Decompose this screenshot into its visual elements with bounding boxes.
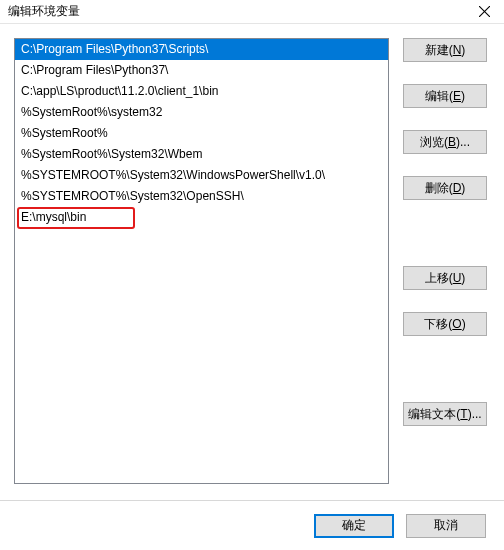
edittext-button[interactable]: 编辑文本(T)...: [403, 402, 487, 426]
path-listbox[interactable]: C:\Program Files\Python37\Scripts\ C:\Pr…: [14, 38, 389, 484]
list-item[interactable]: %SYSTEMROOT%\System32\OpenSSH\: [15, 186, 388, 207]
titlebar: 编辑环境变量: [0, 0, 504, 24]
list-item[interactable]: %SystemRoot%\System32\Wbem: [15, 144, 388, 165]
list-item[interactable]: %SystemRoot%\system32: [15, 102, 388, 123]
button-column: 新建(N) 编辑(E) 浏览(B)... 删除(D) 上移(U) 下移(O) 编…: [403, 38, 487, 484]
list-item[interactable]: C:\Program Files\Python37\: [15, 60, 388, 81]
moveup-button[interactable]: 上移(U): [403, 266, 487, 290]
edit-button[interactable]: 编辑(E): [403, 84, 487, 108]
delete-button[interactable]: 删除(D): [403, 176, 487, 200]
close-icon[interactable]: [464, 0, 504, 23]
list-item[interactable]: %SystemRoot%: [15, 123, 388, 144]
movedown-button[interactable]: 下移(O): [403, 312, 487, 336]
new-button[interactable]: 新建(N): [403, 38, 487, 62]
window-title: 编辑环境变量: [8, 3, 80, 20]
list-item[interactable]: C:\Program Files\Python37\Scripts\: [15, 39, 388, 60]
cancel-button[interactable]: 取消: [406, 514, 486, 538]
browse-button[interactable]: 浏览(B)...: [403, 130, 487, 154]
list-item[interactable]: E:\mysql\bin: [15, 207, 388, 228]
dialog-footer: 确定 取消: [0, 500, 504, 550]
dialog-body: C:\Program Files\Python37\Scripts\ C:\Pr…: [0, 24, 504, 492]
list-item[interactable]: %SYSTEMROOT%\System32\WindowsPowerShell\…: [15, 165, 388, 186]
list-item[interactable]: C:\app\LS\product\11.2.0\client_1\bin: [15, 81, 388, 102]
ok-button[interactable]: 确定: [314, 514, 394, 538]
